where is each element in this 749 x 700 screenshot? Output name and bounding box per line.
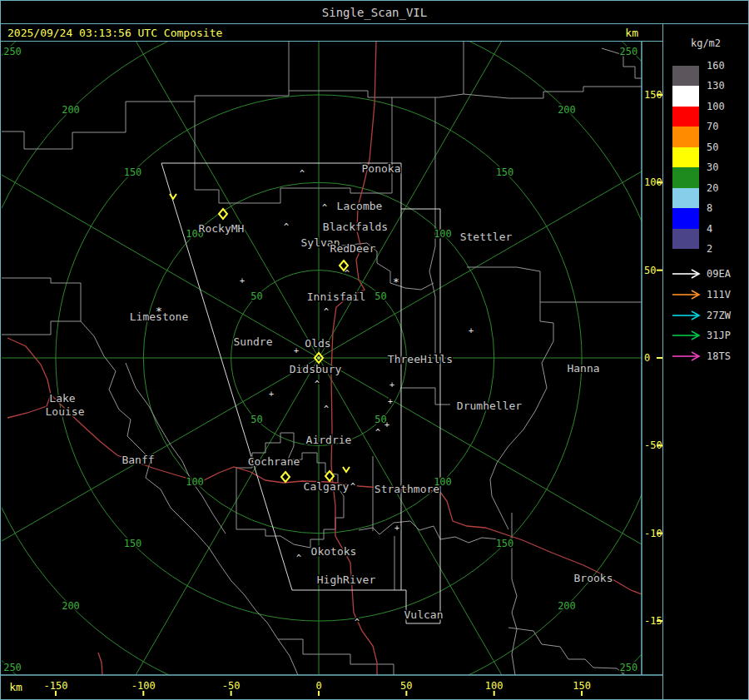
city-label: RockyMH (199, 222, 245, 235)
city-label: Lake (49, 392, 75, 405)
city-label: Sundre (234, 335, 273, 348)
scan-timestamp: 2025/09/24 03:13:56 UTC Composite (7, 27, 222, 39)
window-titlebar: Single_Scan_VIL (1, 1, 748, 24)
track-arrow-icon (671, 289, 704, 300)
ring-distance-label: 150 (124, 166, 142, 178)
track-id: 18TS (707, 350, 731, 362)
scale-swatch (672, 208, 699, 228)
x-axis-tick-label: 0 (315, 680, 321, 692)
y-axis-tick-label: 0 (644, 352, 650, 364)
city-label: Okotoks (311, 545, 357, 558)
track-arrow (671, 350, 704, 362)
track-arrow-icon (671, 310, 704, 321)
scale-value: 30 (707, 161, 718, 173)
scale-swatch (672, 107, 699, 127)
town-plus-marker: + (269, 390, 274, 399)
track-id: 111V (707, 289, 731, 300)
city-label: Lacombe (337, 200, 383, 212)
town-caret-marker: ^ (350, 482, 355, 491)
y-axis: 150100500-50-100-150 (644, 89, 662, 627)
town-caret-marker: ^ (300, 169, 305, 178)
town-plus-marker: + (294, 346, 299, 355)
x-axis-tick-label: 100 (485, 680, 503, 692)
scale-swatch (672, 86, 699, 106)
scale-value: 130 (707, 80, 725, 92)
vertical-axis-unit: km (625, 27, 638, 39)
city-label: Ponoka (362, 162, 401, 175)
town-caret-marker: ^ (345, 269, 350, 278)
town-plus-marker: + (389, 380, 394, 390)
scale-swatch (672, 188, 699, 208)
map-column: 2025/09/24 03:13:56 UTC Composite km 505… (1, 24, 663, 699)
scale-value: 2 (707, 243, 712, 255)
status-bar: 2025/09/24 03:13:56 UTC Composite km (1, 24, 662, 42)
city-label: Stettler (460, 231, 513, 243)
ring-distance-label: 250 (620, 46, 638, 57)
town-caret-marker: ^ (284, 222, 289, 231)
city-label: Drumheller (457, 400, 522, 412)
city-label: ThreeHills (388, 353, 453, 365)
track-arrow-icon (671, 330, 704, 341)
track-arrow-icon (671, 268, 704, 280)
window-title: Single_Scan_VIL (322, 6, 427, 19)
track-arrow (671, 289, 704, 300)
city-label: Louise (46, 405, 85, 418)
ring-distance-label: 250 (620, 662, 638, 673)
y-axis-tick-label: 50 (644, 265, 656, 276)
ring-distance-label: 50 (250, 290, 262, 302)
x-axis-tick-label: -50 (222, 680, 241, 692)
radar-map-canvas[interactable]: 5050505010010010010015015015015020020020… (1, 42, 662, 696)
track-id: 31JP (707, 330, 731, 341)
scale-swatch (672, 229, 699, 249)
x-axis-unit-label: km (9, 681, 22, 693)
town-caret-marker: ^ (324, 405, 329, 414)
ring-distance-label: 150 (496, 166, 514, 178)
town-caret-marker: ^ (355, 618, 360, 627)
scale-swatch (672, 66, 699, 86)
town-plus-marker: + (240, 276, 245, 285)
city-label: Blackfalds (323, 221, 388, 233)
city-label: Cochrane (248, 455, 300, 468)
city-label: Didsbury (290, 363, 342, 375)
ring-distance-label: 200 (558, 104, 576, 116)
town-caret-marker: ^ (296, 554, 301, 563)
city-label: RedDeer (330, 242, 376, 255)
scale-value: 8 (707, 202, 712, 214)
track-arrow-icon (671, 350, 704, 362)
city-label: Innisfail (307, 290, 365, 303)
city-label: Calgary (304, 480, 350, 493)
ring-distance-label: 50 (374, 290, 386, 302)
ring-distance-label: 250 (3, 46, 22, 57)
scale-swatch (672, 127, 699, 146)
track-id: 27ZW (707, 310, 731, 321)
scale-value: 100 (707, 101, 725, 112)
ring-distance-label: 250 (3, 662, 22, 673)
ring-distance-label: 200 (62, 600, 80, 612)
scale-value: 4 (707, 223, 712, 235)
city-label: Vulcan (404, 608, 444, 621)
ring-distance-label: 150 (496, 538, 514, 549)
town-caret-marker: ^ (315, 380, 320, 389)
town-caret-marker: ^ (324, 307, 329, 316)
track-arrow (671, 268, 704, 280)
town-caret-marker: ^ (322, 203, 327, 212)
scale-value: 20 (707, 182, 718, 194)
ring-distance-label: 150 (124, 538, 142, 549)
x-axis-tick-label: -100 (131, 680, 156, 692)
legend-panel: kg/m2 1601301007050302084209EA111V27ZW31… (663, 24, 748, 699)
map-wrap: 5050505010010010010015015015015020020020… (1, 42, 662, 699)
ring-distance-label: 100 (434, 228, 452, 240)
city-label: Strathmore (374, 483, 439, 495)
city-labels: PonokaLacombeBlackfaldsSylvanRedDeerStet… (46, 162, 613, 621)
ring-distance-label: 200 (62, 104, 80, 116)
track-id: 09EA (707, 268, 731, 280)
x-axis-tick-label: 150 (573, 680, 591, 692)
town-plus-marker: + (469, 326, 474, 335)
scale-swatch (672, 147, 699, 167)
city-label: Banff (122, 454, 154, 466)
x-axis: km-150-100-50050100150 (9, 680, 591, 696)
x-axis-tick-label: 50 (400, 680, 412, 692)
scale-value: 70 (707, 121, 718, 132)
content-row: 2025/09/24 03:13:56 UTC Composite km 505… (1, 24, 748, 699)
town-plus-marker: + (384, 420, 389, 429)
